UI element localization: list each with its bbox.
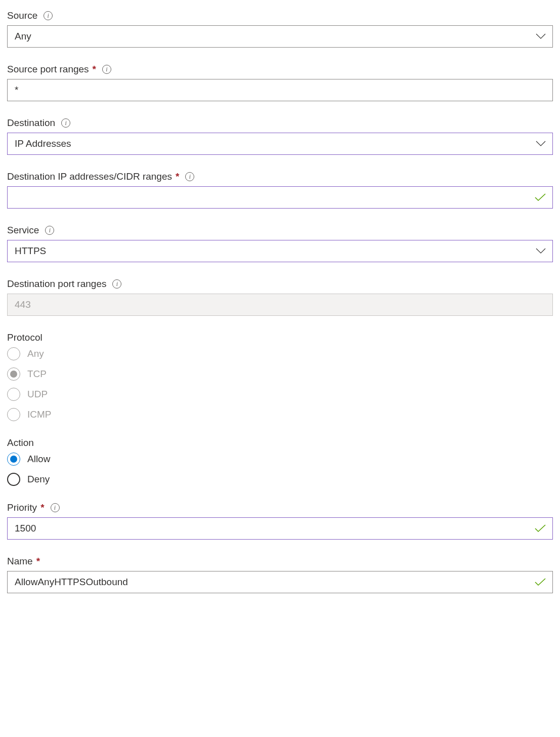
destination-port-ranges-input: 443 — [7, 294, 553, 316]
required-asterisk: * — [40, 502, 44, 513]
required-asterisk: * — [93, 64, 96, 75]
protocol-radio-group: Any TCP UDP ICMP — [7, 347, 553, 421]
source-port-ranges-control: * — [7, 79, 553, 101]
info-icon[interactable]: i — [185, 172, 194, 181]
name-label-row: Name * — [7, 556, 553, 567]
protocol-option-icmp: ICMP — [7, 408, 553, 421]
destination-ip-control — [7, 186, 553, 209]
protocol-label: Protocol — [7, 332, 42, 343]
info-icon[interactable]: i — [112, 279, 121, 289]
destination-control: IP Addresses — [7, 133, 553, 155]
destination-label: Destination — [7, 117, 55, 129]
radio-icon — [7, 473, 20, 486]
protocol-option-label: UDP — [27, 389, 48, 400]
action-option-label: Allow — [27, 454, 50, 465]
protocol-option-tcp: TCP — [7, 367, 553, 381]
destination-port-ranges-field: Destination port ranges i 443 — [7, 278, 553, 316]
info-icon[interactable]: i — [45, 226, 54, 235]
destination-select[interactable]: IP Addresses — [7, 133, 553, 155]
priority-input[interactable]: 1500 — [7, 517, 553, 540]
destination-port-ranges-control: 443 — [7, 294, 553, 316]
source-field: Source i Any — [7, 10, 553, 48]
radio-icon — [7, 408, 20, 421]
priority-value: 1500 — [15, 523, 36, 534]
source-port-ranges-value: * — [15, 85, 18, 96]
protocol-option-label: TCP — [27, 368, 47, 380]
action-radio-group: Allow Deny — [7, 453, 553, 486]
name-input[interactable]: AllowAnyHTTPSOutbound — [7, 571, 553, 593]
name-field: Name * AllowAnyHTTPSOutbound — [7, 556, 553, 593]
name-control: AllowAnyHTTPSOutbound — [7, 571, 553, 593]
source-control: Any — [7, 25, 553, 48]
priority-field: Priority * i 1500 — [7, 502, 553, 540]
priority-label: Priority — [7, 502, 37, 513]
service-label-row: Service i — [7, 225, 553, 236]
name-label: Name — [7, 556, 33, 567]
destination-port-ranges-label: Destination port ranges — [7, 278, 106, 290]
source-label: Source — [7, 10, 37, 21]
protocol-option-any: Any — [7, 347, 553, 360]
action-label-row: Action — [7, 437, 553, 448]
radio-icon — [7, 388, 20, 401]
action-field: Action Allow Deny — [7, 437, 553, 486]
source-select[interactable]: Any — [7, 25, 553, 48]
source-label-row: Source i — [7, 10, 553, 21]
destination-ip-field: Destination IP addresses/CIDR ranges * i — [7, 171, 553, 209]
info-icon[interactable]: i — [61, 118, 70, 128]
info-icon[interactable]: i — [44, 11, 53, 20]
service-control: HTTPS — [7, 240, 553, 262]
destination-port-ranges-value: 443 — [15, 299, 31, 310]
destination-ip-label: Destination IP addresses/CIDR ranges — [7, 171, 172, 182]
service-label: Service — [7, 225, 39, 236]
info-icon[interactable]: i — [51, 503, 60, 512]
priority-label-row: Priority * i — [7, 502, 553, 513]
destination-value: IP Addresses — [15, 138, 71, 149]
service-select[interactable]: HTTPS — [7, 240, 553, 262]
destination-port-ranges-label-row: Destination port ranges i — [7, 278, 553, 290]
source-port-ranges-field: Source port ranges * i * — [7, 64, 553, 101]
protocol-label-row: Protocol — [7, 332, 553, 343]
source-value: Any — [15, 31, 31, 42]
action-option-allow[interactable]: Allow — [7, 453, 553, 466]
required-asterisk: * — [176, 171, 179, 182]
source-port-ranges-input[interactable]: * — [7, 79, 553, 101]
destination-label-row: Destination i — [7, 117, 553, 129]
service-field: Service i HTTPS — [7, 225, 553, 262]
radio-icon — [7, 347, 20, 360]
destination-ip-label-row: Destination IP addresses/CIDR ranges * i — [7, 171, 553, 182]
source-port-ranges-label: Source port ranges — [7, 64, 89, 75]
info-icon[interactable]: i — [102, 65, 111, 74]
protocol-option-label: Any — [27, 348, 44, 359]
protocol-field: Protocol Any TCP UDP ICMP — [7, 332, 553, 421]
destination-field: Destination i IP Addresses — [7, 117, 553, 155]
name-value: AllowAnyHTTPSOutbound — [15, 577, 128, 588]
destination-ip-input[interactable] — [7, 186, 553, 209]
required-asterisk: * — [36, 556, 40, 567]
service-value: HTTPS — [15, 245, 46, 257]
action-option-label: Deny — [27, 474, 50, 485]
protocol-option-udp: UDP — [7, 388, 553, 401]
priority-control: 1500 — [7, 517, 553, 540]
action-label: Action — [7, 437, 34, 448]
source-port-ranges-label-row: Source port ranges * i — [7, 64, 553, 75]
action-option-deny[interactable]: Deny — [7, 473, 553, 486]
radio-icon — [7, 367, 20, 381]
protocol-option-label: ICMP — [27, 409, 52, 420]
radio-icon — [7, 453, 20, 466]
